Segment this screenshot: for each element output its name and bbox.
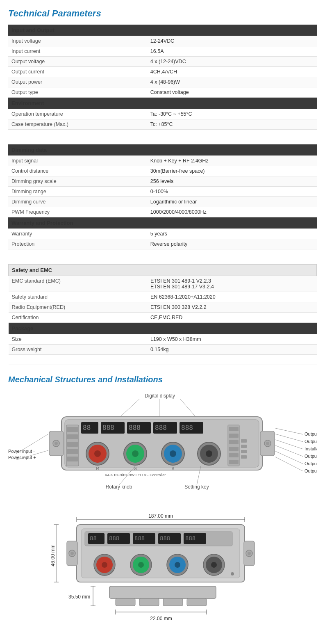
svg-rect-17: [67, 457, 78, 461]
table-row: Input current 16.5A: [8, 46, 317, 57]
svg-text:Output White LED -: Output White LED -: [305, 432, 317, 436]
svg-text:88: 88: [83, 424, 91, 432]
svg-text:Output Blue LED -: Output Blue LED -: [305, 439, 317, 444]
table-row: Dimming range 0-100%: [8, 187, 317, 197]
input-output-table: Input and Output Input voltage 12-24VDC …: [8, 25, 317, 130]
svg-point-110: [248, 552, 251, 555]
svg-text:Power input +: Power input +: [8, 455, 36, 460]
svg-point-34: [132, 450, 139, 457]
svg-rect-49: [229, 460, 239, 464]
svg-rect-115: [109, 586, 216, 598]
svg-text:Output Green LED -: Output Green LED -: [305, 454, 317, 459]
table-row: Size L190 x W50 x H38mm: [9, 334, 317, 345]
table-row: EMC standard (EMC) ETSI EN 301 489-1 V2.…: [9, 276, 317, 292]
package-header: Package: [9, 323, 317, 334]
table-row: Output power 4 x (48-96)W: [8, 77, 317, 87]
table-row: Dimming curve Logarithmic or linear: [8, 197, 317, 207]
svg-rect-14: [67, 434, 78, 439]
svg-point-94: [102, 562, 107, 568]
table-row: Safety standard EN 62368-1:2020+A11:2020: [9, 292, 317, 302]
svg-text:187.00 mm: 187.00 mm: [148, 513, 173, 519]
svg-rect-16: [67, 449, 78, 454]
dimming-header: Dimming data: [8, 144, 317, 156]
svg-rect-52: [241, 450, 247, 453]
svg-rect-119: [187, 598, 207, 606]
table-row: Operation temperature Ta: -30°C ~ +55°C: [8, 109, 317, 119]
svg-rect-117: [139, 598, 159, 606]
svg-text:888: 888: [181, 424, 193, 432]
svg-line-65: [275, 445, 303, 457]
svg-text:R: R: [96, 466, 99, 471]
table-row: Radio Equipment(RED) ETSI EN 300 328 V2.…: [9, 302, 317, 313]
svg-rect-45: [229, 434, 239, 438]
svg-text:Output LED +: Output LED +: [305, 468, 317, 473]
svg-rect-53: [241, 455, 247, 459]
svg-line-69: [275, 457, 303, 471]
svg-text:Output Red LED -: Output Red LED -: [305, 461, 317, 466]
table-row: Warranty 5 years: [8, 229, 317, 239]
input-output-header: Input and Output: [8, 25, 317, 36]
diagram-container: Digital display 88 888: [8, 390, 317, 502]
table-row-empty: [9, 355, 317, 365]
svg-line-59: [275, 428, 303, 434]
table-row: Case temperature (Max.) Tc: +85°C: [8, 119, 317, 130]
svg-rect-116: [116, 598, 135, 606]
dimension-diagram: 187.00 mm 88 888 888 888 888: [8, 510, 317, 637]
svg-point-30: [94, 450, 101, 457]
svg-rect-46: [229, 440, 239, 444]
table-row: Output voltage 4 x (12-24)VDC: [8, 57, 317, 67]
svg-line-3: [180, 399, 197, 418]
svg-text:35.50 mm: 35.50 mm: [68, 594, 90, 600]
svg-text:Digital display: Digital display: [145, 393, 175, 399]
dimming-table: Dimming data Input signal Knob + Key + R…: [8, 144, 317, 249]
device-front-diagram: Digital display 88 888: [8, 390, 317, 501]
svg-point-11: [266, 442, 269, 445]
svg-rect-50: [241, 439, 247, 443]
svg-text:V4-K  RGB/RGBW LED RF Controll: V4-K RGB/RGBW LED RF Controller: [105, 473, 166, 477]
table-row: Certification CE,EMC,RED: [9, 313, 317, 323]
svg-text:888: 888: [160, 535, 170, 541]
svg-text:22.00 mm: 22.00 mm: [150, 616, 172, 621]
svg-point-107: [70, 552, 74, 555]
svg-rect-15: [67, 442, 78, 447]
svg-line-63: [275, 440, 303, 449]
svg-point-97: [138, 562, 144, 568]
svg-line-1: [119, 399, 139, 418]
svg-point-104: [231, 572, 234, 575]
svg-text:Installation rack: Installation rack: [305, 446, 317, 451]
svg-text:888: 888: [185, 535, 195, 541]
table-row: Output current 4CH,4A/CH: [8, 67, 317, 77]
svg-rect-44: [229, 427, 239, 431]
table-row: PWM Frequency 1000/2000/4000/8000Hz: [8, 207, 317, 217]
svg-rect-47: [229, 447, 239, 451]
table-row: Dimming gray scale 256 levels: [8, 176, 317, 187]
table-row: Input voltage 12-24VDC: [8, 36, 317, 46]
svg-text:B: B: [172, 466, 175, 471]
svg-rect-48: [229, 453, 239, 457]
table-row: Output type Constant voltage: [8, 87, 317, 98]
environment-header: Environment: [8, 98, 317, 109]
table-row: Input signal Knob + Key + RF 2.4GHz: [8, 156, 317, 166]
table-row: Gross weight 0.154kg: [9, 345, 317, 355]
page-title: Technical Parameters: [8, 8, 317, 19]
svg-point-100: [175, 562, 180, 568]
svg-text:Power input -: Power input -: [8, 449, 35, 454]
svg-rect-51: [241, 445, 247, 448]
svg-text:888: 888: [134, 535, 145, 541]
svg-point-8: [55, 442, 58, 445]
svg-text:46.00 mm: 46.00 mm: [50, 544, 56, 566]
svg-text:888: 888: [129, 424, 141, 432]
svg-text:888: 888: [102, 424, 114, 432]
warranty-header: Warranty and Protection: [8, 217, 317, 229]
svg-line-67: [275, 451, 303, 464]
svg-text:88: 88: [90, 535, 97, 541]
table-row: Control distance 30m(Barrier-free space): [8, 166, 317, 176]
svg-point-103: [211, 562, 217, 568]
svg-text:888: 888: [155, 424, 167, 432]
dimension-svg: 187.00 mm 88 888 888 888 888: [44, 510, 282, 637]
svg-point-42: [206, 450, 212, 457]
svg-rect-118: [163, 598, 183, 606]
section2-title: Mechanical Structures and Installations: [8, 375, 317, 384]
svg-line-61: [275, 434, 303, 442]
svg-rect-13: [67, 427, 78, 432]
